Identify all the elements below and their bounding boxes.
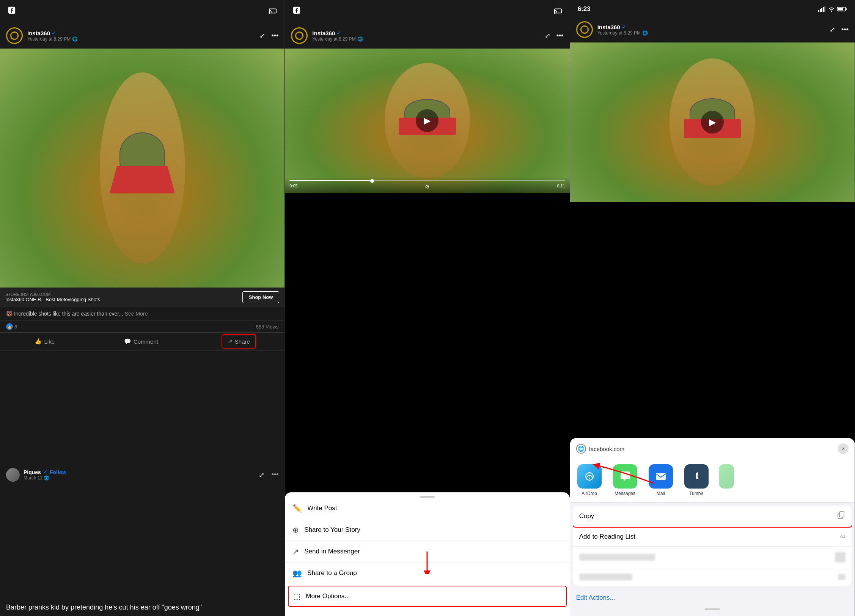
expand-icon-1[interactable]: ⤢ xyxy=(259,31,265,40)
verified-badge-next: ✓ xyxy=(43,469,47,475)
post-actions-1: ⤢ ••• xyxy=(259,31,278,40)
post-header-1: Insta360 ✓ Yesterday at 8:29 PM 🌐 ⤢ ••• xyxy=(0,23,284,49)
svg-rect-14 xyxy=(846,8,847,10)
svg-rect-12 xyxy=(824,6,825,12)
next-post-meta-1: March 11 🌐 xyxy=(24,475,255,481)
status-icons xyxy=(818,6,847,12)
fb-logo-1 xyxy=(8,6,16,17)
expand-icon-2[interactable]: ⤢ xyxy=(545,31,550,40)
svg-rect-11 xyxy=(823,7,824,12)
copy-action-item[interactable]: Copy xyxy=(573,506,852,527)
blurred-icon-2 xyxy=(838,574,846,580)
progress-fill-2 xyxy=(289,180,372,181)
video-area-1[interactable] xyxy=(0,49,284,288)
next-post-name-1: Piques ✓ Follow xyxy=(24,469,255,475)
more-icon-2[interactable]: ••• xyxy=(556,32,564,40)
tumblr-app-item[interactable]: Tumblr xyxy=(683,464,710,496)
fb-logo-2 xyxy=(292,6,301,17)
share-action-list: Copy Add to Reading List ∞ xyxy=(573,506,852,586)
shop-now-button[interactable]: Shop Now xyxy=(242,291,280,303)
ad-banner-1: STORE.INSTA360.COM Insta360 ONE R - Best… xyxy=(0,288,284,307)
video-time-2: 0:05 ⚙ 0:11 xyxy=(289,184,565,190)
play-button-2[interactable]: ▶ xyxy=(416,109,439,132)
comment-button-1[interactable]: 💬 Comment xyxy=(118,334,164,349)
write-post-item[interactable]: ✏️ Write Post xyxy=(285,498,569,519)
progress-bar-2[interactable] xyxy=(289,180,565,181)
follow-button[interactable]: Follow xyxy=(50,469,66,475)
airdrop-app-item[interactable]: AirDrop xyxy=(576,464,603,496)
ios-share-sheet: 🌐 facebook.com × AirDrop xyxy=(570,438,855,616)
share-story-item[interactable]: ⊕ Share to Your Story xyxy=(285,519,569,541)
share-button-1[interactable]: ↗ Share xyxy=(222,334,256,349)
gear-icon-2[interactable]: ⚙ xyxy=(425,184,430,190)
more-icon-3[interactable]: ••• xyxy=(841,26,849,34)
globe-icon-1: 🌐 xyxy=(72,36,78,42)
airdrop-app-icon xyxy=(577,464,602,489)
see-more-1[interactable]: See More xyxy=(125,311,148,317)
post-meta-1: Yesterday at 8:29 PM 🌐 xyxy=(27,36,255,42)
svg-point-2 xyxy=(269,13,270,13)
share-apps-row: AirDrop Messages Mail xyxy=(570,458,855,503)
messages-label: Messages xyxy=(615,491,635,496)
play-button-3[interactable]: ▶ xyxy=(701,111,724,134)
mail-app-item[interactable]: Mail xyxy=(648,464,674,496)
video-bg-1 xyxy=(0,49,284,288)
next-post-info-1: Piques ✓ Follow March 11 🌐 xyxy=(24,469,255,481)
preview-caption-1: Barber pranks kid by pretending he's cut… xyxy=(0,599,284,616)
progress-thumb-2 xyxy=(370,179,374,183)
blurred-content-1 xyxy=(579,554,655,561)
reactions-left-1: 👍 6 xyxy=(6,323,17,330)
reactions-bar-1: 👍 6 688 Views xyxy=(0,321,284,332)
blurred-row-2 xyxy=(573,568,852,586)
share-bottom-sheet: ✏️ Write Post ⊕ Share to Your Story ↗ Se… xyxy=(285,492,569,616)
like-icon-1: 👍 xyxy=(35,338,42,345)
comment-icon-1: 💬 xyxy=(124,338,131,345)
svg-rect-18 xyxy=(656,473,666,480)
messages-app-item[interactable]: Messages xyxy=(612,464,638,496)
reading-list-action-item[interactable]: Add to Reading List ∞ xyxy=(573,527,852,547)
post-name-1: Insta360 ✓ xyxy=(27,30,255,36)
reading-list-icon: ∞ xyxy=(840,532,846,541)
avatar-3[interactable] xyxy=(576,21,593,38)
video-bg-2: ▶ 0:05 ⚙ 0:11 xyxy=(285,49,569,193)
post-meta-2: Yesterday at 8:29 PM 🌐 xyxy=(312,36,540,42)
next-avatar-1 xyxy=(6,468,20,482)
more-app-item[interactable] xyxy=(719,464,734,496)
more-app-icon xyxy=(719,464,734,489)
like-button-1[interactable]: 👍 Like xyxy=(28,334,61,349)
svg-rect-10 xyxy=(821,8,822,12)
ad-source-1: STORE.INSTA360.COM xyxy=(5,292,100,297)
more-icon-1[interactable]: ••• xyxy=(271,32,278,40)
expand-icon-next[interactable]: ⤢ xyxy=(259,471,264,479)
more-icon-next[interactable]: ••• xyxy=(271,471,278,479)
avatar-1[interactable] xyxy=(6,27,23,44)
more-options-item[interactable]: ⬚ More Options... xyxy=(288,586,566,607)
video-area-3[interactable]: ▶ xyxy=(570,42,855,202)
globe-icon-2: 🌐 xyxy=(357,36,363,42)
share-story-icon: ⊕ xyxy=(292,525,299,534)
share-source: 🌐 facebook.com xyxy=(576,444,624,454)
avatar-2[interactable] xyxy=(291,27,308,44)
ios-status-bar: 6:23 xyxy=(570,0,855,17)
post-actions-2: ⤢ ••• xyxy=(545,31,564,40)
edit-actions-button[interactable]: Edit Actions... xyxy=(570,589,855,607)
post-actions-3: ⤢ ••• xyxy=(830,25,849,34)
ad-title-1: Insta360 ONE R - Best Motovlogging Shots xyxy=(5,297,100,302)
like-reaction-icon: 👍 xyxy=(6,323,13,330)
tumblr-label: Tumblr xyxy=(689,491,703,496)
share-group-item[interactable]: 👥 Share to a Group xyxy=(285,563,569,584)
post-info-3: Insta360 ✓ Yesterday at 8:29 PM 🌐 xyxy=(597,24,825,36)
globe-icon-next: 🌐 xyxy=(44,475,49,481)
post-name-2: Insta360 ✓ xyxy=(312,30,540,36)
next-post-1: Piques ✓ Follow March 11 🌐 ⤢ ••• xyxy=(0,350,284,599)
ad-text-1: STORE.INSTA360.COM Insta360 ONE R - Best… xyxy=(5,292,100,302)
expand-icon-3[interactable]: ⤢ xyxy=(830,25,835,34)
blurred-row-1 xyxy=(573,547,852,568)
video-area-2[interactable]: ▶ 0:05 ⚙ 0:11 xyxy=(285,49,569,193)
panel-1: Insta360 ✓ Yesterday at 8:29 PM 🌐 ⤢ ••• xyxy=(0,0,285,616)
send-messenger-item[interactable]: ↗ Send in Messenger xyxy=(285,541,569,563)
group-icon: 👥 xyxy=(292,569,302,578)
cast-icon-1[interactable] xyxy=(269,6,277,17)
share-close-button[interactable]: × xyxy=(838,443,849,454)
cast-icon-2[interactable] xyxy=(554,6,562,17)
